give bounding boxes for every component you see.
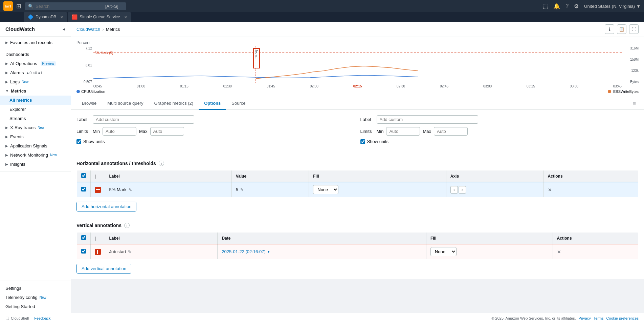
left-show-units-checkbox[interactable] <box>76 139 81 144</box>
h-axis-left-button[interactable]: ‹ <box>450 186 458 194</box>
h-row-fill-select[interactable]: None Above Below <box>313 185 338 194</box>
x-label: 03:15 <box>527 84 535 88</box>
v-col-check <box>77 233 90 244</box>
tab-source[interactable]: Source <box>226 97 251 110</box>
sidebar-item-logs[interactable]: ▶ Logs New <box>0 77 71 86</box>
right-limits-row: Limits Min Max <box>360 127 639 136</box>
share-icon-button[interactable]: 📋 <box>617 24 626 34</box>
sidebar-item-label: Metrics <box>11 88 26 94</box>
h-row-delete-icon[interactable]: ✕ <box>548 187 552 193</box>
breadcrumb-parent[interactable]: CloudWatch <box>76 27 100 32</box>
settings-icon[interactable]: ⚙ <box>574 3 579 9</box>
region-selector[interactable]: United States (N. Virginia) ▼ <box>584 4 641 9</box>
bytes-label: Bytes <box>623 80 639 84</box>
sidebar-item-label: Getting Started <box>5 304 35 309</box>
h-table-row: 5% Mark ✎ 5 ✎ None <box>77 182 638 197</box>
search-input[interactable] <box>36 4 103 9</box>
sidebar-item-ai-ops[interactable]: ▶ AI Operations Preview <box>0 59 71 68</box>
cookie-link[interactable]: Cookie preferences <box>606 316 639 320</box>
options-grid: Label Limits Min Max Show units <box>76 115 639 144</box>
footer-spacer <box>71 279 644 292</box>
h-row-edit-icon[interactable]: ✎ <box>129 187 132 192</box>
h-col-axis: Axis <box>446 170 543 182</box>
sidebar-item-settings[interactable]: Settings <box>0 284 71 293</box>
h-axis-right-button[interactable]: › <box>459 186 466 194</box>
cloudshell-button[interactable]: ⬚ CloudShell <box>5 316 29 320</box>
content-area: CloudWatch › Metrics ℹ 📋 ⛶ Percent 7.12 … <box>71 22 644 323</box>
left-min-input[interactable] <box>103 127 136 136</box>
search-bar[interactable]: 🔍 [Alt+S] <box>25 2 126 10</box>
v-row-date-wrapper[interactable]: 2025-01-22 (02:16:07) ▼ <box>222 249 422 254</box>
sidebar-header: CloudWatch ◂ <box>0 22 71 37</box>
sidebar-item-streams[interactable]: Streams <box>0 114 71 123</box>
fullscreen-icon-button[interactable]: ⛶ <box>629 24 639 34</box>
add-vertical-annotation-button[interactable]: Add vertical annotation <box>76 264 131 274</box>
sidebar-item-events[interactable]: ▶ Events <box>0 132 71 141</box>
feedback-link[interactable]: Feedback <box>34 316 50 320</box>
sidebar-item-favorites[interactable]: ▶ Favorites and recents <box>0 38 71 47</box>
dynamodb-close[interactable]: ✕ <box>60 15 63 19</box>
left-max-input[interactable] <box>150 127 184 136</box>
right-show-units-checkbox[interactable] <box>360 139 365 144</box>
info-icon-button[interactable]: ℹ <box>605 24 614 34</box>
add-horizontal-annotation-wrapper: Add horizontal annotation <box>76 202 639 211</box>
dynamodb-tab[interactable]: 🔷 DynamoDB ✕ <box>24 12 67 22</box>
v-color-bar <box>97 250 98 254</box>
h-row-checkbox[interactable] <box>81 187 86 191</box>
chart-plot-area: 5% Mark (5) Job s... <box>93 46 622 88</box>
v-row-fill-select[interactable]: None Before After <box>430 247 457 256</box>
arrow-icon: ▶ <box>5 71 8 75</box>
help-icon[interactable]: ? <box>565 3 569 9</box>
sidebar-item-metrics[interactable]: ▼ Metrics <box>0 86 71 96</box>
right-min-input[interactable] <box>386 127 420 136</box>
bell-icon[interactable]: 🔔 <box>553 3 560 9</box>
right-label-input[interactable] <box>377 115 478 124</box>
h-row-value-edit-icon[interactable]: ✎ <box>240 187 244 192</box>
sidebar-item-telemetry[interactable]: Telemetry config New <box>0 293 71 302</box>
cloud-shell-icon[interactable]: ⬚ <box>543 3 548 9</box>
h-col-label: Label <box>105 170 231 182</box>
sidebar-item-all-metrics[interactable]: All metrics <box>0 96 71 105</box>
sidebar-item-network[interactable]: ▶ Network Monitoring New <box>0 150 71 160</box>
new-badge: New <box>22 80 28 84</box>
right-max-input[interactable] <box>434 127 468 136</box>
sidebar-item-alarms[interactable]: ▶ Alarms ▲0 ○0 ●1 <box>0 68 71 77</box>
h-info-icon[interactable]: i <box>159 161 164 166</box>
tab-multi-source[interactable]: Multi source query <box>102 97 149 110</box>
sidebar-item-app-signals[interactable]: ▶ Application Signals <box>0 141 71 150</box>
sqs-close[interactable]: ✕ <box>124 15 127 19</box>
add-horizontal-annotation-button[interactable]: Add horizontal annotation <box>76 202 136 211</box>
sidebar-item-xray[interactable]: ▶ X-Ray traces New <box>0 123 71 132</box>
grid-icon[interactable]: ⊞ <box>16 2 21 10</box>
v-row-edit-icon[interactable]: ✎ <box>128 249 131 254</box>
v-row-delete-icon[interactable]: ✕ <box>557 249 561 255</box>
sidebar-item-getting-started[interactable]: Getting Started <box>0 302 71 311</box>
v-row-date-text: 2025-01-22 (02:16:07) <box>222 249 265 254</box>
v-table-row: Job start ✎ 2025-01-22 (02:16:07) ▼ <box>77 244 638 259</box>
right-min-label: Min <box>377 129 384 134</box>
privacy-link[interactable]: Privacy <box>579 316 591 320</box>
arrow-icon: ▶ <box>5 80 8 84</box>
sqs-tab[interactable]: 🟥 Simple Queue Service ✕ <box>68 12 131 22</box>
tab-menu-icon[interactable]: ≡ <box>633 100 636 106</box>
tab-browse[interactable]: Browse <box>76 97 102 110</box>
left-label-input[interactable] <box>93 115 194 124</box>
sidebar-collapse-button[interactable]: ◂ <box>63 26 65 32</box>
v-info-icon[interactable]: i <box>124 223 130 228</box>
h-row-label-text: 5% Mark <box>109 187 127 192</box>
terms-link[interactable]: Terms <box>594 316 604 320</box>
h-section-title: Horizontal annotations / thresholds <box>76 161 156 166</box>
h-select-all-checkbox[interactable] <box>81 173 86 178</box>
footer-left: ⬚ CloudShell Feedback <box>5 316 51 320</box>
v-row-checkbox[interactable] <box>81 249 86 254</box>
sidebar-item-insights[interactable]: ▶ Insights <box>0 160 71 169</box>
v-select-all-checkbox[interactable] <box>81 235 86 240</box>
sidebar-item-explorer[interactable]: Explorer <box>0 105 71 114</box>
v-row-date-chevron[interactable]: ▼ <box>267 250 270 254</box>
tab-graphed-metrics[interactable]: Graphed metrics (2) <box>149 97 199 110</box>
tab-options[interactable]: Options <box>199 97 226 110</box>
sidebar-item-dashboards[interactable]: Dashboards <box>0 50 71 59</box>
v-col-date: Date <box>218 233 426 244</box>
preview-badge: Preview <box>41 61 56 66</box>
x-axis-labels: 00:45 01:00 01:15 01:30 01:45 02:00 02:1… <box>93 84 622 88</box>
